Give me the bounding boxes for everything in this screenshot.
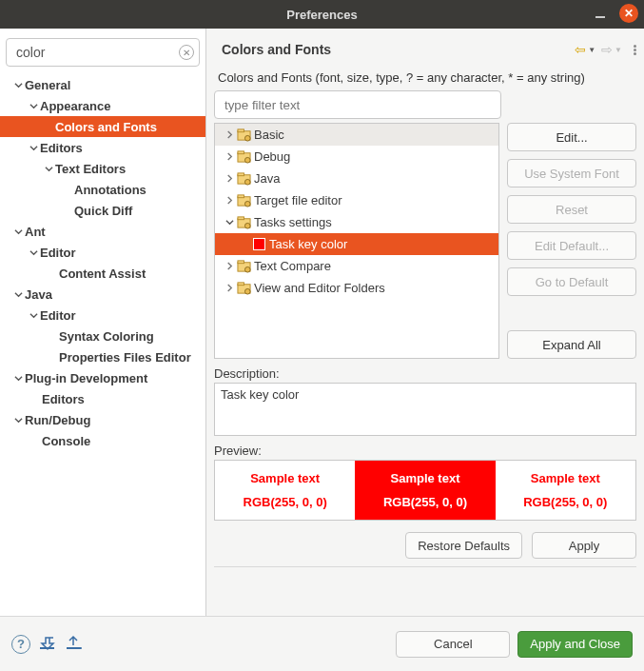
- nav-item-ant-editor[interactable]: Editor: [0, 242, 205, 263]
- svg-rect-0: [595, 16, 605, 18]
- colors-fonts-tree[interactable]: Basic Debug Java Target file editor Task…: [214, 123, 499, 359]
- category-icon: [236, 149, 251, 165]
- cancel-button[interactable]: Cancel: [396, 631, 510, 658]
- svg-point-9: [244, 179, 250, 185]
- nav-forward-button[interactable]: ⇨▼: [601, 42, 622, 57]
- reset-button[interactable]: Reset: [507, 195, 636, 224]
- category-icon: [236, 281, 251, 296]
- svg-point-6: [244, 157, 250, 163]
- preview-cell: Sample text RGB(255, 0, 0): [496, 461, 635, 520]
- svg-rect-14: [237, 217, 244, 220]
- preferences-detail-panel: Colors and Fonts ⇦▼ ⇨▼ Colors and Fonts …: [206, 29, 644, 616]
- nav-item-editors[interactable]: Editors: [0, 137, 205, 158]
- nav-item-java[interactable]: Java: [0, 284, 205, 305]
- edit-button[interactable]: Edit...: [507, 123, 636, 151]
- svg-rect-11: [237, 195, 244, 198]
- window-title: Preferences: [286, 8, 357, 22]
- svg-rect-17: [237, 261, 244, 264]
- preferences-nav-tree[interactable]: General Appearance Colors and Fonts Edit…: [0, 72, 205, 616]
- nav-item-plugin-dev[interactable]: Plug-in Development: [0, 367, 205, 388]
- apply-and-close-button[interactable]: Apply and Close: [517, 631, 633, 658]
- category-icon: [236, 193, 251, 208]
- nav-item-appearance[interactable]: Appearance: [0, 95, 205, 116]
- nav-item-text-editors[interactable]: Text Editors: [0, 158, 205, 179]
- nav-back-button[interactable]: ⇦▼: [575, 42, 595, 57]
- titlebar: Preferences ✕: [0, 0, 644, 29]
- import-icon[interactable]: [38, 634, 57, 654]
- preview-label: Preview:: [214, 444, 636, 458]
- help-icon[interactable]: ?: [11, 635, 30, 654]
- go-to-default-button[interactable]: Go to Default: [507, 267, 636, 296]
- nav-item-java-editor[interactable]: Editor: [0, 305, 205, 326]
- nav-item-annotations[interactable]: Annotations: [0, 179, 205, 200]
- expand-all-button[interactable]: Expand All: [507, 330, 636, 359]
- description-label: Description:: [214, 366, 636, 381]
- tree-item-text-compare[interactable]: Text Compare: [215, 255, 498, 277]
- nav-item-general[interactable]: General: [0, 74, 205, 95]
- category-icon: [236, 259, 251, 274]
- nav-item-syntax-coloring[interactable]: Syntax Coloring: [0, 326, 205, 346]
- tree-item-debug[interactable]: Debug: [215, 146, 498, 168]
- view-menu-icon[interactable]: [628, 45, 636, 55]
- tree-item-view-editor-folders[interactable]: View and Editor Folders: [215, 277, 498, 299]
- clear-search-icon[interactable]: ✕: [179, 45, 194, 60]
- page-title: Colors and Fonts: [214, 42, 331, 57]
- preview-cell: Sample text RGB(255, 0, 0): [215, 461, 355, 520]
- color-swatch-icon: [253, 238, 265, 250]
- nav-item-properties-files-editor[interactable]: Properties Files Editor: [0, 346, 205, 367]
- preview-box: Sample text RGB(255, 0, 0) Sample text R…: [214, 460, 636, 521]
- svg-point-15: [244, 223, 250, 228]
- svg-point-21: [244, 288, 250, 294]
- nav-item-colors-and-fonts[interactable]: Colors and Fonts: [0, 116, 205, 137]
- tree-item-java[interactable]: Java: [215, 168, 498, 189]
- preview-cell: Sample text RGB(255, 0, 0): [355, 461, 495, 520]
- nav-item-console[interactable]: Console: [0, 430, 205, 451]
- font-filter-input[interactable]: [214, 90, 501, 119]
- dialog-footer: ? Cancel Apply and Close: [0, 616, 644, 671]
- svg-rect-2: [237, 129, 244, 132]
- svg-rect-20: [237, 283, 244, 286]
- use-system-font-button[interactable]: Use System Font: [507, 159, 636, 187]
- svg-point-18: [244, 266, 250, 272]
- svg-point-3: [244, 135, 250, 141]
- minimize-button[interactable]: [591, 4, 610, 23]
- restore-defaults-button[interactable]: Restore Defaults: [405, 532, 522, 559]
- nav-item-quick-diff[interactable]: Quick Diff: [0, 200, 205, 221]
- close-button[interactable]: ✕: [619, 4, 638, 23]
- description-text: Task key color: [214, 383, 636, 436]
- svg-rect-8: [237, 173, 244, 176]
- export-icon[interactable]: [65, 634, 84, 654]
- window-controls: ✕: [591, 4, 638, 23]
- svg-rect-22: [40, 647, 54, 649]
- nav-item-ant[interactable]: Ant: [0, 221, 205, 242]
- preferences-nav-panel: ✕ General Appearance Colors and Fonts Ed…: [0, 29, 206, 616]
- tree-item-tasks-settings[interactable]: Tasks settings: [215, 211, 498, 233]
- tree-item-basic[interactable]: Basic: [215, 124, 498, 146]
- nav-item-run-debug[interactable]: Run/Debug: [0, 409, 205, 430]
- category-icon: [236, 128, 251, 143]
- tree-item-target-file-editor[interactable]: Target file editor: [215, 189, 498, 211]
- category-icon: [236, 171, 251, 187]
- svg-rect-23: [67, 647, 81, 649]
- category-icon: [236, 215, 251, 230]
- svg-rect-5: [237, 151, 244, 154]
- filter-hint-label: Colors and Fonts (font, size, type, ? = …: [214, 65, 636, 90]
- edit-default-button[interactable]: Edit Default...: [507, 231, 636, 260]
- preferences-search-input[interactable]: [6, 38, 200, 67]
- svg-point-12: [244, 201, 250, 207]
- nav-item-content-assist[interactable]: Content Assist: [0, 263, 205, 284]
- apply-button[interactable]: Apply: [532, 532, 636, 559]
- nav-item-plugin-editors[interactable]: Editors: [0, 388, 205, 409]
- tree-item-task-key-color[interactable]: Task key color: [215, 233, 498, 255]
